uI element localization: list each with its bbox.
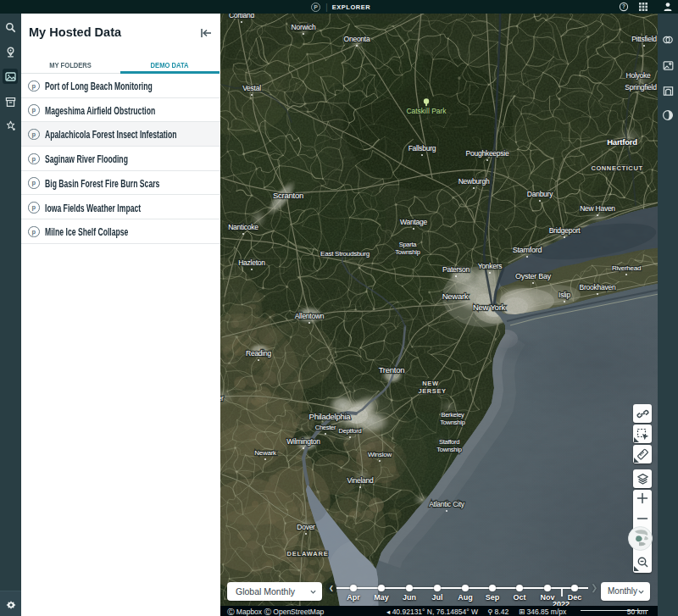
svg-text:JERSEY: JERSEY [418,387,446,395]
svg-text:Chester: Chester [315,424,336,431]
svg-text:Dover: Dover [297,523,315,531]
svg-text:Lancaster: Lancaster [220,394,224,402]
svg-text:Fallsburg: Fallsburg [408,144,436,153]
svg-text:Hartford: Hartford [607,137,637,147]
svg-text:CONNECTICUT: CONNECTICUT [591,164,642,172]
svg-text:Reading: Reading [246,349,271,358]
svg-text:Deptford: Deptford [339,427,362,435]
svg-text:Holyoke: Holyoke [626,71,651,80]
svg-text:Norwich: Norwich [292,23,316,31]
svg-text:Yonkers: Yonkers [478,262,503,270]
svg-text:Winslow: Winslow [368,451,392,458]
svg-text:Bridgeport: Bridgeport [549,226,581,235]
svg-text:Riverhead: Riverhead [612,264,641,272]
svg-text:Danbury: Danbury [527,190,553,198]
svg-text:NEW: NEW [422,380,439,387]
svg-text:Hazleton: Hazleton [238,258,265,267]
svg-text:Allentown: Allentown [295,312,325,320]
svg-text:Vestal: Vestal [242,84,261,92]
svg-text:Atlantic City: Atlantic City [429,500,465,508]
svg-text:DELAWARE: DELAWARE [287,550,329,558]
svg-text:Islip: Islip [559,291,570,299]
svg-text:Township: Township [436,446,461,453]
svg-text:East Stroudsburg: East Stroudsburg [320,250,370,258]
svg-text:Oneonta: Oneonta [344,35,370,43]
svg-text:Catskill Park: Catskill Park [406,107,447,115]
svg-text:New Haven: New Haven [580,204,615,213]
svg-text:Poughkeepsie: Poughkeepsie [466,149,509,158]
svg-text:Oyster Bay: Oyster Bay [515,272,552,280]
svg-text:Paterson: Paterson [442,265,470,274]
svg-text:Trenton: Trenton [379,365,405,375]
svg-text:Springfield: Springfield [625,83,657,92]
svg-text:Newark: Newark [254,449,277,457]
svg-text:New York: New York [473,302,506,312]
svg-text:Township: Township [440,419,464,426]
svg-text:Scranton: Scranton [273,191,303,200]
svg-text:Philadelphia: Philadelphia [309,412,352,421]
svg-text:Newburgh: Newburgh [458,177,490,186]
svg-text:Cortland: Cortland [229,14,255,19]
svg-text:Township: Township [395,248,420,256]
svg-text:Newark: Newark [442,291,469,301]
svg-text:Pittsfield: Pittsfield [631,35,657,43]
svg-text:Sparta: Sparta [399,241,418,248]
svg-text:Brookhaven: Brookhaven [580,283,616,291]
svg-text:Vineland: Vineland [347,476,374,485]
svg-text:Berkeley: Berkeley [441,411,464,419]
svg-text:Nanticoke: Nanticoke [228,223,258,231]
svg-text:Stafford: Stafford [439,438,459,446]
svg-text:Wantage: Wantage [400,218,427,226]
svg-text:Stamford: Stamford [513,246,542,254]
svg-text:Wilmington: Wilmington [286,437,320,446]
svg-text:?: ? [622,3,625,9]
